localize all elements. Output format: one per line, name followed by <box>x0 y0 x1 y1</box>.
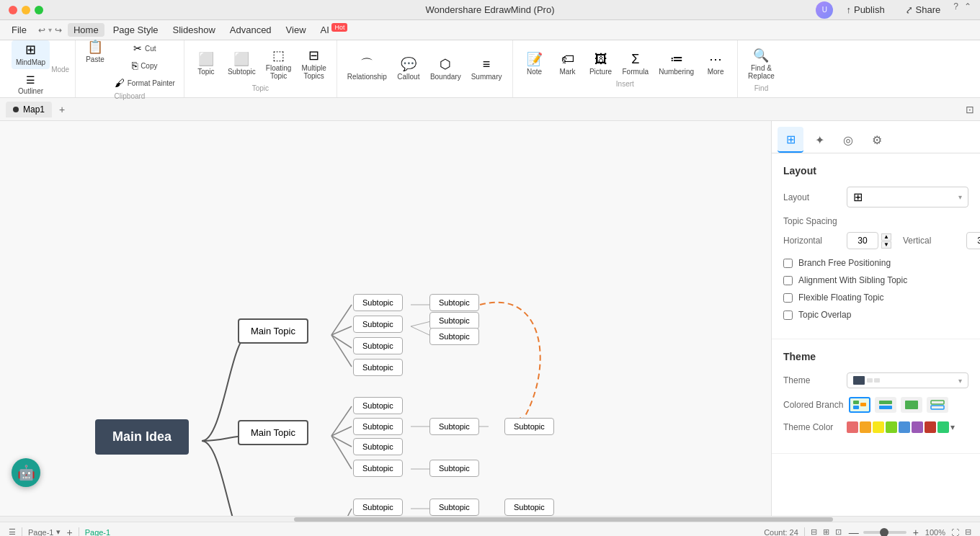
panel-tab-layout[interactable]: ⊞ <box>778 127 803 153</box>
subtopic-1-4[interactable]: Subtopic <box>353 359 403 376</box>
subtopic-1-2-1[interactable]: Subtopic <box>429 312 479 329</box>
relationship-button[interactable]: ⌒ Relationship <box>343 55 391 84</box>
subtopic-3-1[interactable]: Subtopic <box>353 499 403 516</box>
fit-icon[interactable]: ⊡ <box>835 527 842 536</box>
outliner-button[interactable]: ☰ Outliner <box>14 72 48 98</box>
scrollbar-thumb[interactable] <box>294 517 833 522</box>
more-button[interactable]: ⋯ More <box>700 50 731 79</box>
branch-option-1[interactable] <box>849 397 870 413</box>
menu-page-style[interactable]: Page Style <box>107 23 164 37</box>
formula-button[interactable]: Σ Formula <box>618 50 654 79</box>
theme-select[interactable]: ▾ <box>847 372 968 388</box>
subtopic-2-4[interactable]: Subtopic <box>353 460 403 477</box>
maximize-button[interactable] <box>35 6 43 14</box>
branch-option-3[interactable] <box>901 397 922 413</box>
subtopic-3-1-2[interactable]: Subtopic <box>504 499 554 516</box>
color-7[interactable] <box>925 421 936 433</box>
panel-tab-target[interactable]: ◎ <box>835 127 861 153</box>
panel-tab-style[interactable]: ✦ <box>806 127 832 153</box>
subtopic-1-2[interactable]: Subtopic <box>353 316 403 333</box>
subtopic-1-1[interactable]: Subtopic <box>353 294 403 311</box>
help-icon[interactable]: ? <box>953 1 958 19</box>
add-page-button[interactable]: + <box>66 527 72 537</box>
topic-button[interactable]: ⬜ Topic <box>190 46 222 83</box>
view-icon[interactable]: ⊞ <box>823 527 829 536</box>
cut-button[interactable]: ✂ Cut <box>112 40 178 56</box>
subtopic-2-2-1[interactable]: Subtopic <box>429 418 479 435</box>
tab-map1[interactable]: Map1 <box>6 102 52 117</box>
fullscreen-status-button[interactable]: ⛶ <box>951 528 959 537</box>
subtopic-2-2[interactable]: Subtopic <box>353 418 403 435</box>
add-tab-button[interactable]: + <box>55 102 69 117</box>
horizontal-up[interactable]: ▲ <box>881 233 891 241</box>
boundary-button[interactable]: ⬡ Boundary <box>426 55 466 84</box>
mark-button[interactable]: 🏷 Mark <box>552 50 584 79</box>
color-5[interactable] <box>899 421 910 433</box>
robot-button[interactable]: 🤖 <box>12 458 40 487</box>
zoom-in-button[interactable]: + <box>909 526 922 537</box>
main-topic-1[interactable]: Main Topic <box>238 318 308 344</box>
flexible-floating-checkbox[interactable] <box>783 293 793 303</box>
share-button[interactable]: ⤤ Share <box>898 1 948 19</box>
horizontal-scrollbar[interactable] <box>0 516 980 522</box>
subtopic-2-1[interactable]: Subtopic <box>353 397 403 414</box>
color-3[interactable] <box>873 421 884 433</box>
branch-free-checkbox[interactable] <box>783 259 793 268</box>
color-6[interactable] <box>912 421 923 433</box>
color-8[interactable] <box>937 421 949 433</box>
note-button[interactable]: 📝 Note <box>519 50 551 79</box>
collapse-icon[interactable]: ⌃ <box>964 1 971 19</box>
publish-button[interactable]: ↑ Publish <box>839 1 891 19</box>
horizontal-input[interactable]: 30 <box>847 232 878 249</box>
picture-button[interactable]: 🖼 Picture <box>585 50 617 79</box>
close-button[interactable] <box>9 6 17 14</box>
layout-select[interactable]: ⊞ ▾ <box>847 187 968 207</box>
canvas[interactable]: Main Idea Main Topic Main Topic Main Top… <box>0 121 771 516</box>
main-idea-node[interactable]: Main Idea <box>95 419 189 455</box>
menu-ai[interactable]: AI Hot <box>315 22 354 37</box>
menu-view[interactable]: View <box>280 23 312 37</box>
summary-button[interactable]: ≡ Summary <box>467 55 507 84</box>
main-topic-2[interactable]: Main Topic <box>238 420 308 445</box>
floating-topic-button[interactable]: ⬚ FloatingTopic <box>262 46 296 83</box>
minimize-button[interactable] <box>22 6 30 14</box>
page-dropdown[interactable]: Page-1 ▾ <box>28 527 61 536</box>
alignment-sibling-checkbox[interactable] <box>783 276 793 285</box>
zoom-out-button[interactable]: — <box>847 526 860 537</box>
color-more-arrow[interactable]: ▾ <box>950 421 955 433</box>
undo-button[interactable]: ↩ <box>38 25 45 35</box>
copy-button[interactable]: ⎘ Copy <box>112 58 178 73</box>
subtopic-2-4-1[interactable]: Subtopic <box>429 460 479 477</box>
vertical-input[interactable]: 30 <box>966 232 980 249</box>
menu-advanced[interactable]: Advanced <box>224 23 277 37</box>
subtopic-1-1-1[interactable]: Subtopic <box>429 294 479 311</box>
callout-button[interactable]: 💬 Callout <box>393 55 424 84</box>
color-4[interactable] <box>886 421 897 433</box>
branch-option-2[interactable] <box>875 397 896 413</box>
subtopic-3-1-1[interactable]: Subtopic <box>429 499 479 516</box>
branch-option-4[interactable] <box>927 397 948 413</box>
topic-overlap-checkbox[interactable] <box>783 311 793 320</box>
subtopic-1-3[interactable]: Subtopic <box>353 337 403 354</box>
multipage-icon[interactable]: ⊟ <box>811 527 817 536</box>
collapse-status-button[interactable]: ⊟ <box>965 527 971 536</box>
redo-button[interactable]: ↪ <box>55 25 62 35</box>
find-replace-button[interactable]: 🔍 Find &Replace <box>744 46 779 83</box>
multiple-topics-button[interactable]: ⊟ MultipleTopics <box>297 46 330 83</box>
avatar[interactable]: U <box>816 1 833 19</box>
paste-button[interactable]: 📋 Paste <box>81 37 109 66</box>
subtopic-1-2-2[interactable]: Subtopic <box>429 328 479 345</box>
format-painter-button[interactable]: 🖌 Format Painter <box>112 75 178 91</box>
numbering-button[interactable]: ≔ Numbering <box>654 50 698 79</box>
subtopic-2-2-2[interactable]: Subtopic <box>504 418 554 435</box>
subtopic-button[interactable]: ⬜ Subtopic <box>223 46 260 83</box>
color-2[interactable] <box>860 421 871 433</box>
undo-arrow[interactable]: ▾ <box>48 26 52 34</box>
mindmap-button[interactable]: ⊞ MindMap <box>12 40 50 69</box>
fullscreen-button[interactable]: ⊡ <box>966 104 974 115</box>
menu-home[interactable]: Home <box>68 23 104 37</box>
color-1[interactable] <box>847 421 858 433</box>
sidebar-toggle[interactable]: ☰ <box>9 527 16 536</box>
panel-tab-settings[interactable]: ⚙ <box>864 127 890 153</box>
zoom-slider[interactable] <box>863 531 906 534</box>
